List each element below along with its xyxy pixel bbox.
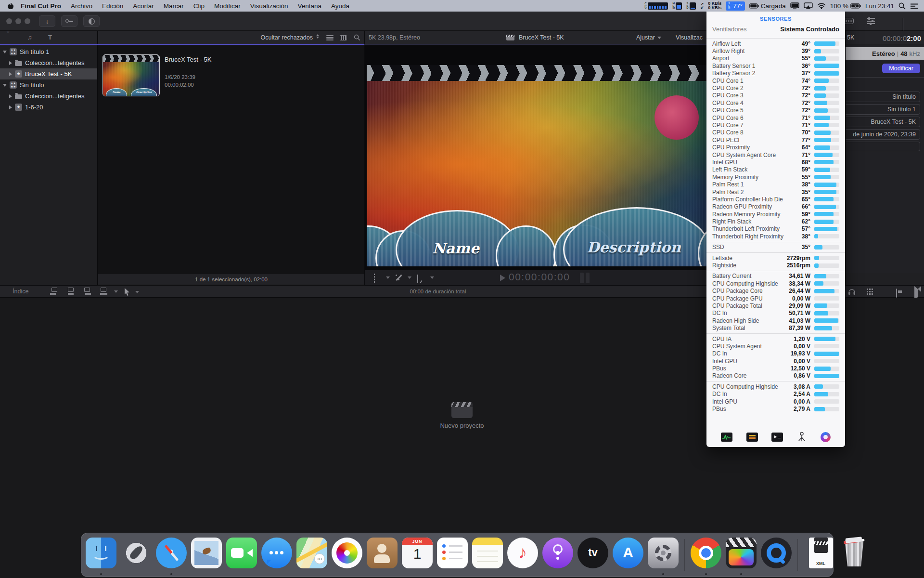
sidebar-item[interactable]: ★★★★Sin título [0,79,97,91]
sidebar-item[interactable]: Coleccion...teligentes [0,57,97,68]
chevron-down-icon[interactable] [408,276,411,279]
dock-trash-icon[interactable] [838,535,870,575]
headphones-icon[interactable] [848,288,856,295]
filmstrip-view-button[interactable] [340,35,347,40]
fans-mode-value[interactable]: Sistema Controlado [780,26,839,33]
dock-mail-icon[interactable] [191,535,222,575]
sidebar-item[interactable]: ★★★★Sin título 1 [0,46,97,57]
chevron-down-icon[interactable] [114,290,118,293]
istat-app-shortcut[interactable] [821,432,831,442]
clip-appearance-icon[interactable] [896,289,897,298]
chevron-down-icon[interactable] [430,276,434,279]
spotlight-search-icon[interactable] [898,2,906,10]
filter-dropdown[interactable]: Ocultar rechazados [168,34,313,41]
display-icon[interactable] [790,2,799,10]
dock-photos-icon[interactable] [331,535,363,575]
disclosure-triangle-icon[interactable] [9,105,12,109]
zoom-fit-dropdown[interactable]: Ajustar [636,34,661,41]
sidebar-item[interactable]: Coleccion...teligentes [0,91,97,102]
disclosure-triangle-icon[interactable] [9,72,12,76]
menu-edici-n[interactable]: Edición [97,2,128,10]
battery-percent-item[interactable]: 100 % [830,2,861,10]
menu-marcar[interactable]: Marcar [159,2,189,10]
audio-meters[interactable] [580,273,590,283]
dock-fcp-icon[interactable] [725,535,757,575]
search-icon[interactable] [354,34,360,41]
menu-modificar[interactable]: Modificar [209,2,245,10]
fans-header-row[interactable]: Ventiladores Sistema Controlado [706,25,845,37]
dock-finder-icon[interactable] [85,535,117,575]
memory-widget[interactable]: MEM [672,2,682,10]
retime-button[interactable] [417,275,418,284]
zoom-window-button[interactable] [25,18,30,24]
disclosure-triangle-icon[interactable] [3,51,7,53]
overwrite-edit-button[interactable] [99,288,109,295]
menu-archivo[interactable]: Archivo [66,2,97,10]
network-widget[interactable]: 0 KB/s 0 KB/s [708,1,721,11]
list-view-button[interactable] [326,35,334,40]
dock-sysprefs-icon[interactable] [647,535,679,575]
crop-tool-button[interactable] [374,274,375,283]
dock-quicktime-icon[interactable] [760,535,792,575]
dock-calendar-icon[interactable]: JUN1 [401,535,433,575]
dock-safari-icon[interactable] [155,535,187,575]
sidebar-item[interactable]: ★1-6-20 [0,102,97,113]
active-app-name[interactable]: Final Cut Pro [21,2,61,10]
sidebar-browser-divider[interactable] [97,31,98,285]
disclosure-triangle-icon[interactable] [9,61,12,65]
chevron-down-icon[interactable] [386,276,390,279]
terminal-shortcut[interactable] [771,433,783,442]
log-viewer-shortcut[interactable] [746,433,758,442]
apple-menu-icon[interactable] [7,2,14,10]
modify-button[interactable]: Modificar [882,64,920,73]
browser-viewer-divider[interactable] [364,31,365,285]
gauge-outline-icon[interactable] [797,432,807,442]
disclosure-triangle-icon[interactable] [9,94,12,98]
play-button[interactable] [500,275,505,281]
append-edit-button[interactable] [83,288,92,295]
keyword-editor-button[interactable] [61,15,77,27]
ssd-widget[interactable]: SSD [686,2,696,10]
dock-contacts-icon[interactable] [366,535,398,575]
activity-graph-shortcut[interactable] [721,433,732,442]
menu-visualizaci-n[interactable]: Visualización [245,2,293,10]
dock-maps-icon[interactable]: 3D [296,535,328,575]
battery-menu-item[interactable]: Cargada [749,2,786,10]
chevron-updown-icon[interactable] [316,34,319,39]
inspector-toggle-button[interactable] [867,18,875,24]
dock-messages-icon[interactable] [261,535,293,575]
arrow-tool-button[interactable] [124,288,130,296]
dock-facetime-icon[interactable] [226,535,257,575]
dock-notes-icon[interactable] [472,535,503,575]
menu-clip[interactable]: Clip [189,2,209,10]
tab-photos-audio[interactable]: ♫ [27,34,32,41]
dock-launchpad-icon[interactable] [120,535,152,575]
dock-appstore-icon[interactable]: A [612,535,644,575]
network-arrows-icon[interactable]: ↗↙ [700,2,704,9]
dock-tv-icon[interactable]: tv [577,535,609,575]
dock-chrome-icon[interactable] [690,535,722,575]
insert-edit-button[interactable] [66,288,76,295]
clip-title[interactable]: BruceX Test - 5K [165,56,211,63]
grid-dots-icon[interactable] [866,288,873,295]
menu-ayuda[interactable]: Ayuda [326,2,354,10]
notification-center-icon[interactable] [910,3,918,9]
background-tasks-button[interactable] [83,15,100,27]
sidebar-item[interactable]: ★BruceX Test - 5K [0,68,97,79]
wifi-icon[interactable] [817,3,826,9]
chevron-down-icon[interactable] [135,291,139,293]
close-window-button[interactable] [6,18,12,24]
connect-edit-button[interactable] [50,288,60,295]
import-media-button[interactable]: ↓ [39,15,55,27]
tab-titles-generators[interactable]: T [48,34,52,41]
clip-thumbnail[interactable]: Name Description [103,54,160,96]
menu-bar-clock[interactable]: Lun 23:41 [865,2,894,10]
dock-podcasts-icon[interactable] [542,535,574,575]
dock-xml-icon[interactable]: XML [803,535,835,575]
disclosure-triangle-icon[interactable] [3,84,7,87]
sensors-menu-widget[interactable]: SEN 77° [726,1,745,11]
menu-acortar[interactable]: Acortar [128,2,159,10]
airplay-icon[interactable] [804,2,813,9]
dock-music-icon[interactable]: ♪ [507,535,539,575]
index-button[interactable]: Índice [13,288,28,295]
